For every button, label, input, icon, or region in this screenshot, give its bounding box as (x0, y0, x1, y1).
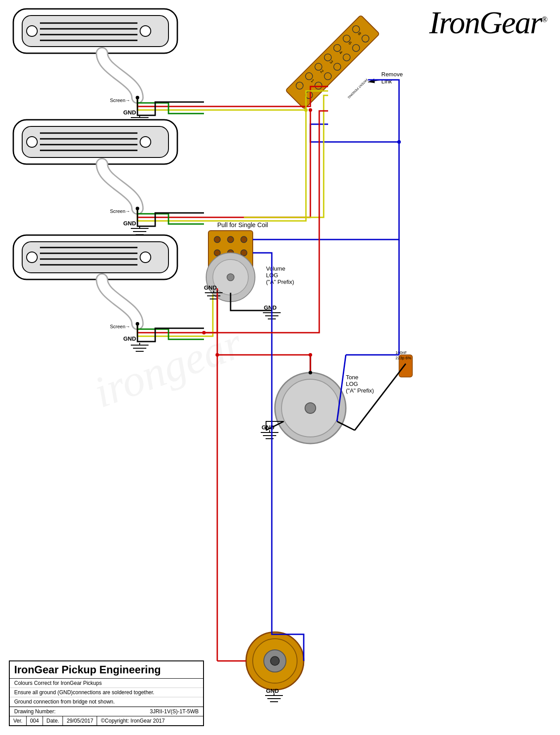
footer-drawing: Drawing Number: 3JRII-1V(S)-1T-5WB (10, 707, 203, 716)
date-label: Date. (47, 718, 59, 724)
svg-point-17 (27, 137, 37, 147)
footer-box: IronGear Pickup Engineering Colours Corr… (9, 660, 204, 726)
footer-ver-label: Ver. (10, 716, 27, 725)
drawing-number: 3JRII-1V(S)-1T-5WB (150, 708, 199, 715)
footer-date-label: Date. (43, 716, 63, 725)
page-container: irongear IronGear® (0, 0, 560, 735)
ver-label: Ver. (13, 718, 23, 724)
svg-text:Screen→: Screen→ (110, 208, 130, 214)
svg-point-102 (305, 403, 316, 413)
copyright-text: ©Copyright: IronGear 2017 (101, 718, 164, 724)
svg-point-2 (27, 26, 37, 36)
svg-text:223p 6%: 223p 6% (396, 356, 411, 360)
svg-point-73 (214, 236, 220, 243)
svg-point-128 (309, 371, 312, 374)
svg-text:("A" Prefix): ("A" Prefix) (346, 387, 374, 394)
svg-text:Remove: Remove (381, 71, 403, 78)
date-value: 29/05/2017 (67, 718, 93, 724)
svg-point-18 (140, 137, 151, 147)
svg-point-3 (140, 26, 151, 36)
svg-text:GND: GND (123, 109, 136, 116)
svg-point-32 (27, 252, 37, 263)
svg-point-23 (136, 207, 139, 210)
svg-point-33 (140, 252, 151, 263)
svg-text:GND: GND (123, 335, 136, 342)
svg-text:Pull for Single Coil: Pull for Single Coil (217, 221, 268, 228)
svg-point-119 (270, 656, 279, 665)
svg-text:("A" Prefix): ("A" Prefix) (266, 279, 294, 285)
svg-point-38 (136, 322, 139, 326)
svg-line-106 (355, 364, 406, 430)
footer-line3: Ground connection from bridge not shown. (10, 697, 203, 707)
footer-line1: Colours Correct for IronGear Pickups (10, 679, 203, 688)
svg-point-76 (214, 250, 220, 256)
svg-point-75 (241, 236, 247, 243)
footer-ver-value: 004 (27, 716, 43, 725)
svg-point-71 (304, 108, 308, 112)
svg-point-78 (241, 250, 247, 256)
ver-value: 004 (30, 718, 39, 724)
svg-point-125 (202, 331, 206, 334)
wiring-diagram: Screen→ GND Screen→ GND (0, 0, 560, 735)
svg-text:Tone: Tone (346, 374, 358, 381)
footer-title: IronGear Pickup Engineering (10, 661, 203, 679)
svg-text:PATENT PENDING: PATENT PENDING (347, 78, 368, 99)
svg-text:LOG: LOG (346, 381, 358, 387)
drawing-label: Drawing Number: (14, 708, 55, 715)
svg-text:GND: GND (204, 284, 217, 291)
svg-text:GND: GND (123, 220, 136, 227)
footer-bottom: Ver. 004 Date. 29/05/2017 ©Copyright: Ir… (10, 716, 203, 725)
svg-text:Volume: Volume (266, 265, 285, 272)
footer-copyright: ©Copyright: IronGear 2017 (97, 716, 168, 725)
footer-date-value: 29/05/2017 (63, 716, 97, 725)
svg-point-81 (227, 274, 234, 281)
svg-text:Screen→: Screen→ (110, 324, 130, 329)
svg-text:GND: GND (266, 688, 279, 694)
svg-point-127 (215, 353, 219, 357)
svg-text:Link: Link (381, 78, 392, 85)
svg-text:Screen→: Screen→ (110, 98, 130, 103)
svg-point-74 (227, 236, 234, 243)
footer-line2: Ensure all ground (GND)connections are s… (10, 688, 203, 697)
svg-point-115 (309, 353, 312, 357)
svg-point-70 (309, 108, 312, 112)
svg-text:GND: GND (262, 424, 274, 431)
svg-point-8 (136, 96, 139, 99)
svg-point-96 (397, 140, 401, 144)
